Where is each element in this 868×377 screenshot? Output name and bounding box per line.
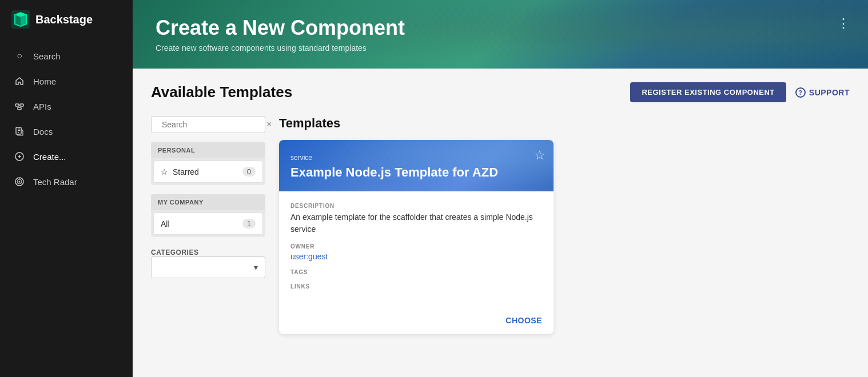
card-owner[interactable]: user:guest [290, 252, 542, 261]
starred-filter-item[interactable]: ☆ Starred 0 [153, 161, 263, 183]
main-content: Create a New Component Create new softwa… [133, 0, 868, 377]
create-icon [14, 151, 25, 162]
card-body: DESCRIPTION An example template for the … [279, 191, 554, 309]
question-icon: ? [795, 87, 806, 98]
sidebar-item-create[interactable]: Create... [0, 144, 133, 169]
svg-rect-9 [18, 129, 20, 130]
search-input[interactable] [162, 120, 262, 129]
personal-section-header: PERSONAL [151, 142, 265, 158]
links-label: LINKS [290, 283, 542, 290]
all-label: All [161, 219, 170, 228]
header-menu-button[interactable]: ⋮ [833, 14, 854, 33]
categories-dropdown[interactable]: ▾ [151, 256, 265, 278]
backstage-logo-icon [11, 10, 30, 29]
card-footer: CHOOSE [279, 309, 554, 334]
tags-label: TAGS [290, 269, 542, 275]
personal-filter-section: PERSONAL ☆ Starred 0 [151, 142, 265, 185]
choose-button[interactable]: CHOOSE [505, 316, 542, 325]
templates-section-title: Templates [279, 116, 850, 131]
card-type: service [290, 154, 542, 162]
svg-rect-7 [18, 107, 21, 110]
sidebar-item-label-search: Search [33, 51, 61, 61]
sidebar-item-label-tech-radar: Tech Radar [33, 177, 77, 187]
sidebar-item-label-apis: APIs [33, 102, 51, 111]
sidebar-item-label-home: Home [33, 77, 56, 86]
chevron-down-icon: ▾ [254, 263, 258, 272]
content-area: Available Templates REGISTER EXISTING CO… [133, 69, 868, 377]
page-header: Create a New Component Create new softwa… [133, 0, 868, 69]
filter-panel: × PERSONAL ☆ Starred 0 MY COMPANY [151, 116, 265, 334]
owner-label: OWNER [290, 243, 542, 250]
sidebar-item-apis[interactable]: APIs [0, 94, 133, 119]
starred-filter-left: ☆ Starred [161, 167, 199, 177]
home-icon [14, 75, 25, 87]
svg-rect-5 [15, 104, 19, 106]
svg-rect-11 [18, 132, 19, 133]
all-filter-left: All [161, 219, 170, 228]
categories-label: CATEGORIES [151, 248, 265, 256]
app-name: Backstage [35, 13, 93, 26]
card-title: Example Node.js Template for AZD [290, 165, 542, 180]
page-subtitle: Create new software components using sta… [156, 43, 845, 53]
apis-icon [14, 101, 25, 112]
support-button[interactable]: ? SUPPORT [795, 87, 850, 98]
all-count: 1 [242, 219, 256, 228]
starred-label: Starred [173, 167, 199, 177]
templates-layout: × PERSONAL ☆ Starred 0 MY COMPANY [151, 116, 850, 334]
logo[interactable]: Backstage [0, 0, 133, 39]
starred-count: 0 [242, 167, 256, 177]
card-header: service Example Node.js Template for AZD… [279, 140, 554, 191]
template-search-box[interactable]: × [151, 116, 265, 133]
company-section-header: MY COMPANY [151, 194, 265, 210]
sidebar: Backstage ○ Search Home APIs [0, 0, 133, 377]
sidebar-item-label-docs: Docs [33, 127, 53, 137]
description-label: DESCRIPTION [290, 203, 542, 209]
support-button-label: SUPPORT [809, 88, 850, 97]
templates-area: Templates service Example Node.js Templa… [279, 116, 850, 334]
svg-point-15 [19, 181, 21, 183]
search-clear-button[interactable]: × [266, 120, 272, 129]
section-title: Available Templates [151, 83, 292, 101]
sidebar-nav: ○ Search Home APIs [0, 39, 133, 199]
star-toggle-button[interactable]: ☆ [534, 148, 546, 163]
sidebar-item-home[interactable]: Home [0, 69, 133, 94]
template-card: service Example Node.js Template for AZD… [279, 140, 554, 334]
all-filter-item[interactable]: All 1 [153, 212, 263, 235]
svg-rect-10 [18, 130, 20, 131]
sidebar-item-label-create: Create... [33, 152, 66, 162]
docs-icon [14, 126, 25, 137]
sidebar-item-docs[interactable]: Docs [0, 119, 133, 144]
register-existing-button[interactable]: REGISTER EXISTING COMPONENT [630, 82, 786, 102]
search-icon: ○ [14, 50, 25, 62]
sidebar-item-search[interactable]: ○ Search [0, 43, 133, 69]
content-actions: REGISTER EXISTING COMPONENT ? SUPPORT [630, 82, 850, 102]
company-filter-section: MY COMPANY All 1 [151, 194, 265, 237]
card-description: An example template for the scaffolder t… [290, 211, 542, 235]
sidebar-item-tech-radar[interactable]: Tech Radar [0, 169, 133, 194]
content-header: Available Templates REGISTER EXISTING CO… [151, 82, 850, 102]
page-title: Create a New Component [156, 16, 845, 40]
svg-rect-6 [20, 104, 23, 106]
categories-section: CATEGORIES ▾ [151, 246, 265, 278]
star-icon: ☆ [161, 167, 168, 177]
tech-radar-icon [14, 176, 25, 187]
